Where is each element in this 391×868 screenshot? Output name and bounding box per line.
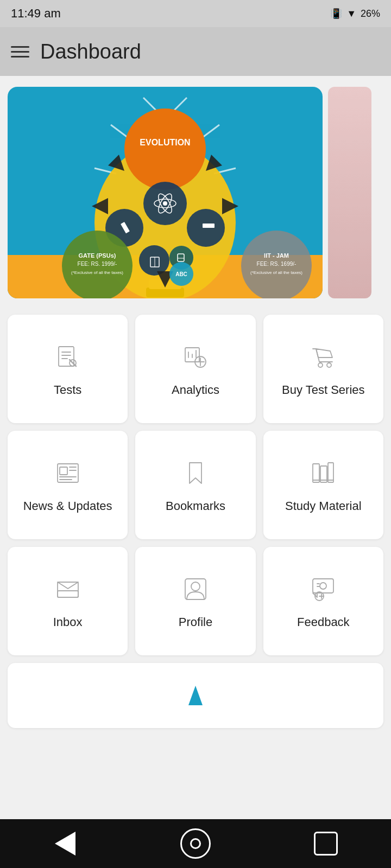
bookmark-icon bbox=[179, 457, 212, 489]
partial-card-content bbox=[187, 685, 204, 706]
buy-test-series-card[interactable]: Buy Test Series bbox=[263, 315, 383, 423]
svg-rect-21 bbox=[203, 224, 215, 228]
svg-rect-78 bbox=[313, 579, 333, 593]
svg-text:EVOLUTION: EVOLUTION bbox=[140, 138, 190, 147]
svg-text:FEE: RS. 1699/-: FEE: RS. 1699/- bbox=[257, 261, 297, 267]
inbox-label: Inbox bbox=[53, 615, 83, 629]
svg-text:IIT - JAM: IIT - JAM bbox=[264, 252, 289, 259]
svg-rect-50 bbox=[59, 347, 74, 366]
back-icon bbox=[55, 832, 75, 856]
svg-point-82 bbox=[320, 583, 326, 589]
profile-icon bbox=[179, 573, 212, 605]
bookmarks-card[interactable]: Bookmarks bbox=[135, 431, 255, 539]
svg-text:FEE: RS. 1999/-: FEE: RS. 1999/- bbox=[78, 261, 117, 267]
svg-rect-65 bbox=[60, 467, 67, 475]
svg-marker-85 bbox=[188, 686, 203, 705]
partial-bottom-card bbox=[8, 663, 383, 728]
page-title: Dashboard bbox=[40, 40, 141, 63]
carousel-peek-slide[interactable] bbox=[328, 87, 371, 298]
svg-point-19 bbox=[163, 201, 167, 206]
cart-icon bbox=[307, 341, 339, 373]
carousel-main-slide[interactable]: EVOLUTION bbox=[8, 87, 323, 298]
hamburger-menu[interactable] bbox=[11, 46, 29, 58]
tests-icon bbox=[52, 341, 84, 373]
analytics-label: Analytics bbox=[172, 383, 219, 397]
recents-button[interactable] bbox=[304, 822, 348, 865]
study-material-label: Study Material bbox=[285, 499, 362, 513]
books-icon bbox=[307, 457, 339, 489]
profile-label: Profile bbox=[179, 615, 212, 629]
feedback-card[interactable]: Feedback bbox=[263, 547, 383, 655]
carousel-container: EVOLUTION bbox=[8, 87, 383, 298]
status-bar: 11:49 am 📳 ▼ 26% bbox=[0, 0, 391, 27]
news-updates-label: News & Updates bbox=[23, 499, 112, 513]
navigation-bar bbox=[0, 819, 391, 868]
status-icons: 📳 ▼ 26% bbox=[330, 8, 380, 20]
news-updates-card[interactable]: News & Updates bbox=[8, 431, 128, 539]
news-icon bbox=[52, 457, 84, 489]
profile-card[interactable]: Profile bbox=[135, 547, 255, 655]
inbox-card[interactable]: Inbox bbox=[8, 547, 128, 655]
main-content: EVOLUTION bbox=[0, 76, 391, 793]
home-icon-inner bbox=[190, 838, 201, 849]
app-header: Dashboard bbox=[0, 27, 391, 76]
tests-label: Tests bbox=[54, 383, 81, 397]
svg-rect-72 bbox=[328, 463, 333, 482]
home-icon bbox=[180, 828, 211, 859]
svg-text:ABC: ABC bbox=[175, 271, 187, 277]
svg-text:(*Exclusive of all the taxes): (*Exclusive of all the taxes) bbox=[250, 270, 302, 275]
menu-grid: Tests Analytics bbox=[8, 315, 383, 655]
feedback-label: Feedback bbox=[297, 615, 350, 629]
svg-point-14 bbox=[139, 245, 169, 276]
analytics-card[interactable]: Analytics bbox=[135, 315, 255, 423]
analytics-icon bbox=[179, 341, 212, 373]
feedback-icon bbox=[307, 573, 339, 605]
svg-text:GATE (PSUs): GATE (PSUs) bbox=[79, 252, 116, 259]
banner-bg: EVOLUTION bbox=[8, 87, 323, 298]
svg-rect-75 bbox=[58, 591, 78, 597]
svg-point-9 bbox=[124, 108, 206, 190]
study-material-card[interactable]: Study Material bbox=[263, 431, 383, 539]
wifi-icon: ▼ bbox=[346, 8, 356, 20]
buy-test-series-label: Buy Test Series bbox=[282, 383, 364, 397]
home-button[interactable] bbox=[174, 822, 217, 865]
svg-text:(*Exclusive of all the taxes): (*Exclusive of all the taxes) bbox=[71, 270, 123, 275]
svg-point-77 bbox=[191, 582, 200, 591]
banner-svg: EVOLUTION bbox=[8, 87, 323, 298]
battery-icon: 26% bbox=[361, 8, 380, 20]
tests-card[interactable]: Tests bbox=[8, 315, 128, 423]
bookmarks-label: Bookmarks bbox=[166, 499, 225, 513]
recents-icon bbox=[314, 832, 338, 856]
svg-rect-70 bbox=[313, 464, 319, 482]
svg-point-63 bbox=[327, 363, 331, 367]
svg-point-62 bbox=[318, 363, 323, 367]
inbox-icon bbox=[52, 573, 84, 605]
vibrate-icon: 📳 bbox=[330, 8, 342, 20]
status-time: 11:49 am bbox=[11, 7, 61, 21]
back-button[interactable] bbox=[43, 822, 87, 865]
up-arrow-icon bbox=[187, 685, 204, 706]
